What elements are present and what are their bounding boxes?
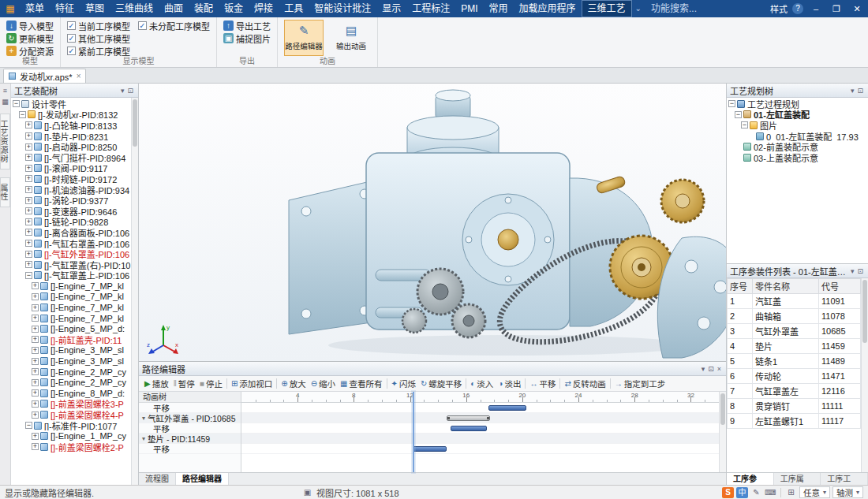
tree-item[interactable]: +[]-Engine_7_MP_kl	[11, 313, 131, 324]
tree-item[interactable]: +[]-Engine_2_MP_cy	[11, 367, 131, 378]
menu-item-9[interactable]: 智能设计批注	[309, 0, 376, 17]
tree-item[interactable]: +[]-凸轮轴-PID:8133	[11, 120, 131, 131]
menu-icon[interactable]: ≡	[3, 87, 7, 95]
tree-item[interactable]: +03-上盖装配示意	[727, 152, 868, 163]
output-animation-button[interactable]: ▤ 输出动画	[331, 20, 371, 56]
animation-row[interactable]: ▾垫片 - PID:11459	[139, 434, 241, 444]
left-strip-tab-0[interactable]: 工艺资源树	[0, 114, 10, 169]
tree-expander[interactable]: +	[25, 229, 32, 236]
table-column-header[interactable]: 零件名称	[753, 279, 819, 294]
menu-item-2[interactable]: 草图	[80, 0, 110, 17]
tree-item[interactable]: +[]-Engine_7_MP_kl	[11, 281, 131, 292]
tree-expander[interactable]: +	[32, 326, 39, 333]
left-strip-tab-1[interactable]: 属性	[0, 177, 10, 207]
pin-icon[interactable]: ⊡	[125, 87, 135, 95]
tree-expander[interactable]: +	[32, 347, 39, 354]
tree-expander[interactable]: +	[32, 358, 39, 365]
view-orientation-select[interactable]: 轴测 ▾	[832, 486, 863, 498]
assembly-tree-scrollbar[interactable]	[131, 98, 138, 485]
chevron-down-icon[interactable]: ⌄	[632, 0, 645, 17]
menu-item-6[interactable]: 钣金	[219, 0, 249, 17]
path-editor-button[interactable]: ✎ 路径编辑器	[284, 20, 324, 56]
gantt-bar[interactable]	[451, 426, 487, 431]
path-editor-tab-0[interactable]: 流程图	[139, 473, 176, 485]
table-row[interactable]: 3气缸外罩盖10685	[728, 324, 861, 339]
table-row[interactable]: 1汽缸盖11091	[728, 294, 861, 309]
tree-item[interactable]: +[]-前盖梁固螺栓2-P	[11, 441, 131, 452]
tree-expander[interactable]: −	[25, 272, 32, 279]
toolbar-view-all-button[interactable]: ▦查看所有	[338, 377, 384, 390]
timeline-playhead[interactable]	[413, 392, 414, 472]
menu-item-7[interactable]: 焊接	[249, 0, 279, 17]
document-tab[interactable]: 发动机xr.aps* ×	[3, 69, 86, 83]
tree-expander[interactable]: +	[32, 315, 39, 322]
keyboard-icon[interactable]: ⌨	[765, 487, 776, 498]
chevron-down-icon[interactable]: ▾	[849, 267, 856, 275]
checkbox-other-process-model[interactable]: 其他工序模型	[67, 32, 130, 44]
camera-icon[interactable]: ▣	[301, 487, 313, 498]
timeline-ruler[interactable]: 48121620242832	[241, 392, 719, 403]
minimize-button[interactable]: –	[808, 0, 824, 17]
tree-expander[interactable]: −	[735, 111, 742, 118]
update-model-button[interactable]: ↻ 更新模型	[6, 32, 54, 44]
menu-item-10[interactable]: 显示	[376, 0, 406, 17]
tree-expander[interactable]: +	[32, 443, 39, 450]
tree-item[interactable]: −[]-发动机xr-PID:8132	[11, 110, 131, 121]
chevron-down-icon[interactable]: ▾	[142, 435, 145, 442]
chevron-down-icon[interactable]: ▾	[142, 415, 145, 422]
parts-panel-tab-0[interactable]: 工序参装...	[727, 473, 774, 485]
tree-expander[interactable]: +	[32, 304, 39, 311]
tree-item[interactable]: +[]-时规链-PID:9172	[11, 173, 131, 184]
animation-row[interactable]: ▾气缸外罩盖 - PID:10685	[139, 413, 241, 423]
gantt-bar[interactable]	[447, 415, 490, 421]
tree-item[interactable]: −[]-标准件-PID:1077	[11, 420, 131, 431]
table-row[interactable]: 9左缸盖螺钉111117	[728, 414, 861, 429]
tree-item[interactable]: +[]-气缸外罩盖-PID:106	[11, 248, 131, 259]
tree-item[interactable]: −图片	[727, 120, 868, 131]
timeline-scrollbar[interactable]	[719, 392, 726, 472]
table-row[interactable]: 2曲轴箱11078	[728, 309, 861, 324]
pin-icon[interactable]: ⊡	[855, 267, 865, 275]
tree-item[interactable]: +[]-涡轮-PID:9377	[11, 195, 131, 206]
tree-expander[interactable]: +	[32, 336, 39, 343]
toolbar-fade-in-button[interactable]: ◐淡入	[468, 377, 496, 390]
parts-panel-tab-2[interactable]: 工序工具...	[821, 473, 868, 485]
tree-item[interactable]: +[]-滚阀-PID:9117	[11, 163, 131, 174]
tree-item[interactable]: −工艺过程规划	[727, 99, 868, 110]
tree-item[interactable]: +0_01-左缸盖装配_17.93	[727, 131, 868, 142]
tree-item[interactable]: +[]-Engine_1_MP_cy	[11, 430, 131, 441]
tree-item[interactable]: +[]-变速器-PID:9646	[11, 206, 131, 217]
checkbox-current-process-model[interactable]: 当前工序模型	[67, 20, 130, 32]
function-search-input[interactable]: 功能搜索...	[645, 0, 703, 17]
tree-item[interactable]: +[]-气缸罩盖(右)-PID:10	[11, 259, 131, 270]
menu-item-8[interactable]: 工具	[279, 0, 309, 17]
toolbar-pan-button[interactable]: ↔平移	[527, 377, 558, 390]
table-row[interactable]: 7气缸罩盖左12116	[728, 384, 861, 399]
tree-expander[interactable]: +	[32, 379, 39, 386]
tree-item[interactable]: +[]-Engine_8_MP_d:	[11, 388, 131, 399]
toolbar-zoom-out-button[interactable]: ⊖缩小	[309, 377, 338, 390]
table-row[interactable]: 8贯穿销钉11111	[728, 399, 861, 414]
table-column-header[interactable]: 序号	[728, 279, 753, 294]
scrollbar-thumb[interactable]	[133, 99, 137, 147]
tree-expander[interactable]: +	[32, 282, 39, 289]
tree-expander[interactable]: +	[32, 293, 39, 300]
tree-item[interactable]: +[]-Engine_2_MP_cy	[11, 377, 131, 388]
tree-item[interactable]: +[]-前缸盖壳-PID:11	[11, 334, 131, 345]
parts-table-scrollbar[interactable]	[861, 278, 868, 472]
tree-item[interactable]: +[]-气门挺杆-PID:8964	[11, 152, 131, 163]
menu-item-1[interactable]: 特征	[50, 0, 80, 17]
timeline[interactable]: 48121620242832	[241, 392, 719, 472]
close-button[interactable]: ✕	[849, 0, 865, 17]
tree-item[interactable]: +[]-Engine_5_MP_d:	[11, 323, 131, 334]
tree-expander[interactable]: +	[32, 433, 39, 440]
ime-sogou-icon[interactable]: S	[722, 487, 734, 498]
menu-item-14[interactable]: 加载应用程序	[514, 0, 582, 17]
menu-item-5[interactable]: 装配	[189, 0, 219, 17]
help-icon[interactable]: ?	[792, 3, 803, 14]
toolbar-add-viewport-button[interactable]: ⊞添加视口	[229, 377, 275, 390]
tree-item[interactable]: −[]-气缸罩盖上-PID:106	[11, 270, 131, 281]
tree-expander[interactable]: −	[728, 100, 735, 107]
tree-expander[interactable]: +	[25, 218, 32, 225]
tree-expander[interactable]: −	[19, 111, 26, 118]
